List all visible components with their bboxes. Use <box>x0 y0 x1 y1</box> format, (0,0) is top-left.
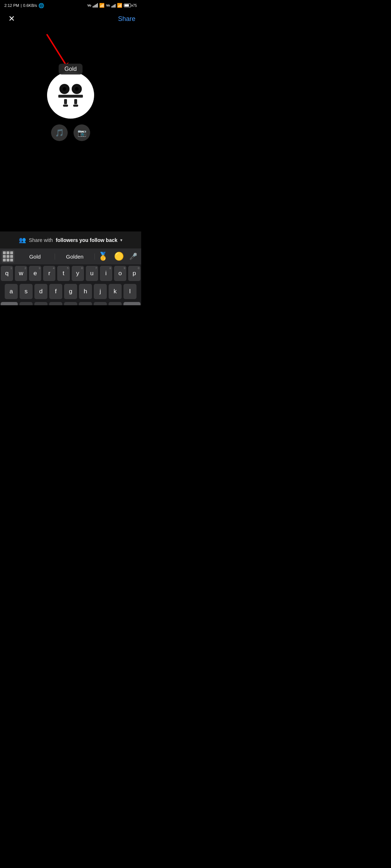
key-g[interactable]: g <box>64 284 77 299</box>
avatar <box>47 72 94 119</box>
key-l[interactable]: l <box>123 284 136 299</box>
key-c[interactable]: c <box>49 302 62 305</box>
status-bar: 2:12 PM | 0.6KB/s 🌐 Vo 📶 Vo 📶 75 <box>0 0 141 10</box>
action-icons: 🎵 📷 <box>51 124 90 141</box>
globe-icon: 🌐 <box>38 3 44 8</box>
status-right: Vo 📶 Vo 📶 75 <box>87 3 137 8</box>
robot-avatar <box>58 84 83 107</box>
autocomplete-emoji-yellow[interactable]: 🟡 <box>111 252 127 261</box>
key-e[interactable]: e3 <box>29 266 41 281</box>
robot-leg-left <box>63 99 68 107</box>
key-u[interactable]: u7 <box>86 266 98 281</box>
gold-tooltip: Gold <box>59 64 83 75</box>
vo2-label: Vo <box>106 4 110 7</box>
keyboard-row-3: ⇧ z x c v b n m ⌫ <box>1 302 140 305</box>
status-left: 2:12 PM | 0.6KB/s 🌐 <box>4 3 44 8</box>
microphone-icon: 🎤 <box>129 252 137 260</box>
share-with-row[interactable]: 👥 Share with followers you follow back ▾ <box>0 231 141 248</box>
camera-icon-button[interactable]: 📷 <box>73 124 90 141</box>
autocomplete-golden[interactable]: Golden <box>55 254 95 260</box>
chevron-down-icon: ▾ <box>120 238 122 243</box>
key-a[interactable]: a <box>5 284 18 299</box>
music-icon-button[interactable]: 🎵 <box>51 124 68 141</box>
vo-label: Vo <box>87 4 91 7</box>
autocomplete-bar: Gold Golden 🥇 🟡 🎤 <box>0 248 141 264</box>
time: 2:12 PM <box>4 3 19 8</box>
key-y[interactable]: y6 <box>72 266 84 281</box>
key-m[interactable]: m <box>109 302 122 305</box>
speed: 0.6KB/s <box>23 3 37 8</box>
wifi-icon: 📶 <box>99 3 105 8</box>
key-o[interactable]: o9 <box>114 266 126 281</box>
key-r[interactable]: r4 <box>43 266 55 281</box>
wifi-icon-2: 📶 <box>117 3 122 8</box>
robot-eyes <box>59 84 82 94</box>
robot-eye-left <box>59 84 70 94</box>
battery: 75 <box>124 4 137 8</box>
grid-icon <box>3 251 13 261</box>
close-button[interactable]: ✕ <box>6 13 17 25</box>
battery-level: 75 <box>133 4 137 8</box>
signal-bars-2 <box>112 3 115 8</box>
app-header: ✕ Share <box>0 10 141 27</box>
autocomplete-gold[interactable]: Gold <box>15 254 55 260</box>
key-z[interactable]: z <box>20 302 33 305</box>
keyboard-grid-button[interactable] <box>1 250 14 263</box>
key-q[interactable]: q1 <box>1 266 13 281</box>
robot-eye-right <box>72 84 82 94</box>
svg-line-0 <box>47 35 65 64</box>
camera-icon: 📷 <box>77 128 87 137</box>
share-button[interactable]: Share <box>118 15 135 23</box>
separator: | <box>21 3 22 8</box>
microphone-button[interactable]: 🎤 <box>127 250 140 263</box>
key-v[interactable]: v <box>64 302 77 305</box>
key-rows: q1 w2 e3 r4 t5 y6 u7 i8 o9 p0 a s d f g … <box>0 264 141 305</box>
share-with-prefix: Share with <box>29 237 53 243</box>
key-k[interactable]: k <box>109 284 122 299</box>
key-b[interactable]: b <box>79 302 92 305</box>
robot-leg-right <box>73 99 78 107</box>
key-d[interactable]: d <box>34 284 47 299</box>
delete-key[interactable]: ⌫ <box>123 302 140 305</box>
signal-bars <box>93 3 98 8</box>
share-with-audience: followers you follow back <box>56 237 117 243</box>
keyboard-row-2: a s d f g h j k l <box>1 284 140 299</box>
content-area <box>0 141 141 231</box>
music-icon: 🎵 <box>55 128 64 137</box>
key-w[interactable]: w2 <box>15 266 27 281</box>
key-n[interactable]: n <box>94 302 107 305</box>
key-t[interactable]: t5 <box>57 266 70 281</box>
key-p[interactable]: p0 <box>128 266 140 281</box>
key-x[interactable]: x <box>34 302 47 305</box>
key-i[interactable]: i8 <box>100 266 112 281</box>
keyboard-row-1: q1 w2 e3 r4 t5 y6 u7 i8 o9 p0 <box>1 266 140 281</box>
key-s[interactable]: s <box>20 284 33 299</box>
autocomplete-emoji-medal[interactable]: 🥇 <box>95 252 111 261</box>
robot-legs <box>63 99 78 107</box>
people-icon: 👥 <box>19 237 26 243</box>
key-h[interactable]: h <box>79 284 92 299</box>
key-j[interactable]: j <box>94 284 107 299</box>
key-f[interactable]: f <box>49 284 62 299</box>
robot-body <box>58 95 83 98</box>
shift-key[interactable]: ⇧ <box>1 302 18 305</box>
keyboard: Gold Golden 🥇 🟡 🎤 q1 w2 e3 r4 t5 y6 u7 i… <box>0 248 141 305</box>
main-content: Gold 🎵 📷 <box>0 27 141 141</box>
